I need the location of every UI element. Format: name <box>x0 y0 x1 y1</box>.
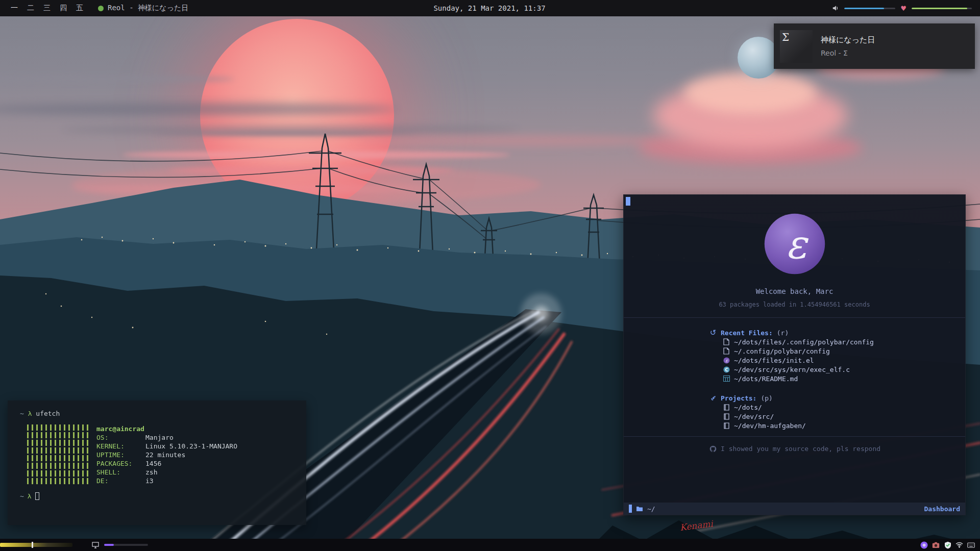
shield-check-tray-icon[interactable] <box>944 541 951 549</box>
welcome-text: Welcome back, Marc <box>624 287 965 295</box>
history-icon: ↺ <box>709 329 717 336</box>
brightness-handle[interactable] <box>32 542 33 548</box>
now-playing-label: Reol - 神様になった日 <box>108 4 188 13</box>
recent-files-heading: ↺ Recent Files: (r) <box>709 328 965 337</box>
notification-subtitle: Reol - Σ <box>821 49 875 57</box>
ufetch-field: UPTIME:22 minutes <box>96 450 237 459</box>
topbar-left-modules: 一 二 三 四 五 Reol - 神様になった日 <box>0 4 433 13</box>
footer-message: I showed you my source code, pls respond <box>721 445 880 453</box>
ufetch-info: marc@aincrad OS:Manjaro KERNEL:Linux 5.1… <box>96 424 237 485</box>
topbar-right-modules: ♥ <box>546 5 980 12</box>
album-art-glyph: Σ <box>782 31 789 43</box>
prompt-lambda: λ <box>28 492 32 500</box>
workspace-2[interactable]: 二 <box>23 4 38 13</box>
song-progress-slider[interactable] <box>912 8 972 9</box>
bottom-bar <box>0 539 980 551</box>
moon <box>738 37 779 79</box>
ufetch-field: KERNEL:Linux 5.10.23-1-MANJARO <box>96 442 237 450</box>
terminal-prompt[interactable]: ~ λ <box>20 492 294 500</box>
recent-file-link[interactable]: ~/.config/polybar/config <box>709 346 965 356</box>
svg-text:C: C <box>725 367 728 372</box>
music-notification[interactable]: Σ 神様になった日 Reol - Σ <box>774 23 975 69</box>
notification-text: 神様になった日 Reol - Σ <box>821 35 875 57</box>
terminal-command-line: ~ λ ufetch <box>20 410 294 417</box>
workspace-3[interactable]: 三 <box>40 4 54 13</box>
ufetch-field: SHELL:zsh <box>96 468 237 477</box>
recent-files-section: ↺ Recent Files: (r) ~/dots/files/.config… <box>624 328 965 383</box>
file-icon <box>723 347 730 355</box>
modeline-path: ~/ <box>647 505 655 513</box>
album-art: Σ <box>780 30 813 63</box>
file-icon <box>723 338 730 345</box>
workspace-1[interactable]: 一 <box>7 4 21 13</box>
recent-file-link[interactable]: C ~/dev/src/sys/kern/exec_elf.c <box>709 365 965 374</box>
svg-text:ε: ε <box>786 221 808 267</box>
screen-icon <box>92 541 99 548</box>
modeline-mode: Dashboard <box>924 505 960 513</box>
projects-section: Projects: (p) ~/dots/ ~/dev/src/ ~/dev/h… <box>624 393 965 430</box>
prompt-lambda: λ <box>28 410 32 417</box>
user-host: marc@aincrad <box>96 424 237 433</box>
manjaro-ascii-logo <box>27 424 88 485</box>
modeline-accent-bar <box>629 505 632 513</box>
now-playing-module[interactable]: Reol - 神様になった日 <box>98 4 188 13</box>
repo-icon <box>723 404 730 411</box>
window-beacon <box>626 197 630 206</box>
volume-icon[interactable] <box>832 5 839 12</box>
workspace-4[interactable]: 四 <box>56 4 70 13</box>
c-source-icon: C <box>723 366 730 373</box>
emacs-logo-wrap: ε <box>624 212 965 276</box>
ufetch-field: PACKAGES:1456 <box>96 459 237 468</box>
recent-file-link[interactable]: ε ~/dots/files/init.el <box>709 356 965 365</box>
project-link[interactable]: ~/dev/src/ <box>709 412 965 421</box>
folder-icon <box>636 505 643 512</box>
emacs-file-icon: ε <box>723 357 730 364</box>
command-text: ufetch <box>36 410 60 417</box>
wifi-tray-icon[interactable] <box>955 541 963 549</box>
system-tray <box>920 541 980 549</box>
recent-file-link[interactable]: ~/dots/files/.config/polybar/config <box>709 337 965 346</box>
terminal-window[interactable]: ~ λ ufetch marc@aincrad OS:Manjaro KERNE… <box>8 400 306 525</box>
load-info-text: 63 packages loaded in 1.454946561 second… <box>624 301 965 308</box>
repo-icon <box>723 413 730 420</box>
project-link[interactable]: ~/dev/hm-aufgaben/ <box>709 421 965 430</box>
recent-file-link[interactable]: ~/dots/README.md <box>709 374 965 383</box>
rocket-icon <box>709 394 717 402</box>
heart-icon[interactable]: ♥ <box>900 5 906 12</box>
volume-slider[interactable] <box>844 8 895 9</box>
terminal-cursor <box>35 492 39 500</box>
prompt-cwd: ~ <box>20 410 24 417</box>
date-time-label: Sunday, 21 Mar 2021, 11:37 <box>433 4 545 12</box>
desktop: Kenami 一 二 三 四 五 Reol - 神様になった日 Sunday, … <box>0 0 980 551</box>
dashboard-footer: I showed you my source code, pls respond <box>624 445 965 453</box>
divider <box>624 436 965 437</box>
keyboard-tray-icon[interactable] <box>967 541 975 549</box>
projects-heading: Projects: (p) <box>709 393 965 403</box>
repo-icon <box>723 422 730 429</box>
emacs-window[interactable]: ε Welcome back, Marc 63 packages loaded … <box>623 194 966 515</box>
music-status-icon <box>98 6 104 11</box>
divider <box>624 317 965 318</box>
workspace-5[interactable]: 五 <box>72 4 87 13</box>
emacs-modeline: ~/ Dashboard <box>624 503 965 515</box>
screenshot-tray-icon[interactable] <box>932 541 940 549</box>
top-bar: 一 二 三 四 五 Reol - 神様になった日 Sunday, 21 Mar … <box>0 0 980 16</box>
github-icon <box>709 445 717 453</box>
project-link[interactable]: ~/dots/ <box>709 403 965 412</box>
ufetch-field: DE:i3 <box>96 477 237 485</box>
screen-slider[interactable] <box>104 544 148 546</box>
ufetch-output: marc@aincrad OS:Manjaro KERNEL:Linux 5.1… <box>20 424 294 485</box>
app-tray-icon[interactable] <box>920 541 928 549</box>
clock-module: Sunday, 21 Mar 2021, 11:37 <box>433 4 545 12</box>
brightness-slider[interactable] <box>0 543 72 547</box>
emacs-logo-icon: ε <box>763 212 827 276</box>
prompt-cwd: ~ <box>20 492 24 500</box>
notification-title: 神様になった日 <box>821 35 875 45</box>
readme-icon <box>723 375 730 382</box>
ufetch-field: OS:Manjaro <box>96 433 237 442</box>
